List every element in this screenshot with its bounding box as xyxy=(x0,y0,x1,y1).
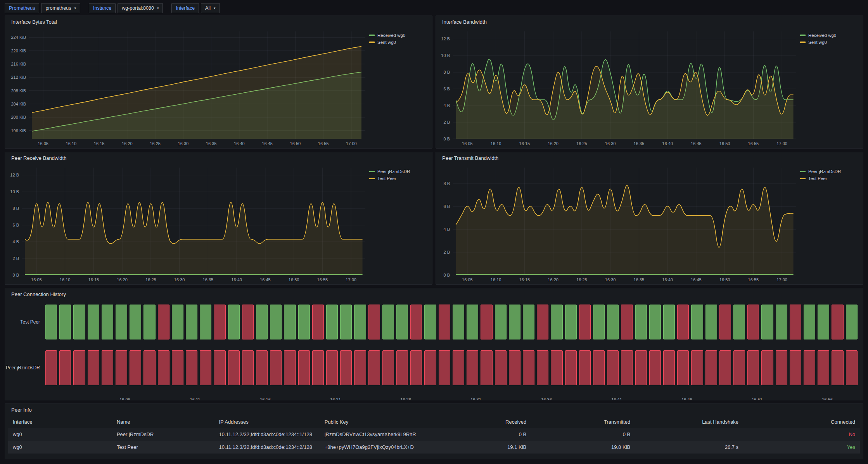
state-bar-connected xyxy=(354,305,366,339)
svg-text:16:40: 16:40 xyxy=(662,141,673,146)
state-bar-connected xyxy=(453,305,464,339)
svg-text:16:45: 16:45 xyxy=(262,141,273,146)
state-bar-disconnected xyxy=(790,305,801,339)
state-bar-connected xyxy=(593,305,605,339)
time-series-canvas[interactable]: 16:0516:1016:1516:2016:2516:3016:3516:40… xyxy=(8,28,368,147)
panel-title[interactable]: Peer Info xyxy=(5,404,863,416)
legend-item[interactable]: Peer jRzmDsDR xyxy=(800,169,858,174)
state-bar-connected xyxy=(467,305,478,339)
svg-text:16:50: 16:50 xyxy=(289,277,299,282)
state-bar-disconnected xyxy=(242,305,254,339)
legend: Received wg0 Sent wg0 xyxy=(368,28,429,147)
col-header-transmitted[interactable]: Transmitted xyxy=(531,416,635,428)
timeline-bars[interactable] xyxy=(45,305,858,339)
svg-text:204 KiB: 204 KiB xyxy=(11,102,26,106)
col-header-ip-addresses[interactable]: IP Addresses xyxy=(214,416,320,428)
var-value-prometheus-dropdown[interactable]: prometheus ▾ xyxy=(41,3,80,13)
state-bar-disconnected xyxy=(747,305,759,339)
time-series-canvas[interactable]: 16:0516:1016:1516:2016:2516:3016:3516:40… xyxy=(439,28,799,147)
svg-text:220 KiB: 220 KiB xyxy=(11,48,26,53)
series-color-swatch xyxy=(369,178,375,179)
interface-bandwidth-chart[interactable]: 16:0516:1016:1516:2016:2516:3016:3516:40… xyxy=(439,28,799,147)
state-bar-disconnected xyxy=(719,305,731,339)
svg-text:6 B: 6 B xyxy=(443,87,450,91)
panel-title[interactable]: Peer Receive Bandwidth xyxy=(5,152,432,164)
timeline-row: Test Peer xyxy=(5,305,858,339)
svg-text:0 B: 0 B xyxy=(443,273,450,277)
svg-text:0 B: 0 B xyxy=(443,137,450,141)
timeline-bars[interactable] xyxy=(45,350,858,385)
svg-text:2 B: 2 B xyxy=(12,256,19,261)
col-header-interface[interactable]: Interface xyxy=(8,416,112,428)
panel-title[interactable]: Interface Bytes Total xyxy=(5,16,432,28)
state-bar-connected xyxy=(551,305,562,339)
col-header-public-key[interactable]: Public Key xyxy=(320,416,436,428)
legend-item[interactable]: Peer jRzmDsDR xyxy=(369,169,427,174)
dashboard-grid: Interface Bytes Total 16:0516:1016:1516:… xyxy=(0,16,868,464)
state-bar-connected xyxy=(284,305,296,339)
legend-item[interactable]: Received wg0 xyxy=(369,33,427,38)
svg-text:4 B: 4 B xyxy=(12,239,19,244)
state-bar-connected xyxy=(635,305,647,339)
svg-text:196 KiB: 196 KiB xyxy=(11,128,26,133)
legend-item[interactable]: Sent wg0 xyxy=(800,40,858,45)
legend-item[interactable]: Test Peer xyxy=(800,176,858,181)
legend-item[interactable]: Test Peer xyxy=(369,176,427,181)
peer-connection-history-timeline[interactable]: Test PeerPeer jRzmDsDR16:0616:1116:1616:… xyxy=(5,300,863,400)
state-bar-connected xyxy=(776,305,787,339)
state-bar-disconnected xyxy=(298,350,310,385)
state-bar-disconnected xyxy=(88,350,99,385)
svg-text:16:15: 16:15 xyxy=(519,141,530,146)
state-bar-connected xyxy=(73,305,85,339)
panel-title[interactable]: Interface Bandwidth xyxy=(436,16,863,28)
state-bar-connected xyxy=(663,305,675,339)
peer-transmit-bandwidth-chart[interactable]: 16:0516:1016:1516:2016:2516:3016:3516:40… xyxy=(439,164,799,284)
state-bar-connected xyxy=(761,305,773,339)
col-header-received[interactable]: Received xyxy=(436,416,531,428)
col-header-name[interactable]: Name xyxy=(112,416,214,428)
state-bar-connected xyxy=(45,305,57,339)
panel-title[interactable]: Peer Transmit Bandwidth xyxy=(436,152,863,164)
var-value-text: wg-portal:8080 xyxy=(122,5,154,11)
state-bar-disconnected xyxy=(467,350,478,385)
svg-text:16:35: 16:35 xyxy=(203,277,214,282)
svg-text:16:20: 16:20 xyxy=(122,141,133,146)
svg-text:16:50: 16:50 xyxy=(290,141,301,146)
legend-item[interactable]: Received wg0 xyxy=(800,33,858,38)
state-bar-disconnected xyxy=(340,350,352,385)
panel-peer-info: Peer Info Interface Name IP Addresses Pu… xyxy=(5,403,863,459)
time-series-canvas[interactable]: 16:0516:1016:1516:2016:2516:3016:3516:40… xyxy=(439,164,799,284)
svg-text:8 B: 8 B xyxy=(12,206,19,211)
svg-text:12 B: 12 B xyxy=(10,173,19,177)
svg-text:16:55: 16:55 xyxy=(318,141,329,146)
state-bar-connected xyxy=(818,305,829,339)
state-bar-disconnected xyxy=(818,350,829,385)
var-value-interface-dropdown[interactable]: All ▾ xyxy=(201,3,220,13)
var-value-instance-dropdown[interactable]: wg-portal:8080 ▾ xyxy=(118,3,163,13)
state-bar-connected xyxy=(298,305,310,339)
state-bar-connected xyxy=(846,305,858,339)
state-bar-connected xyxy=(691,305,703,339)
svg-text:16:10: 16:10 xyxy=(66,141,77,146)
svg-text:200 KiB: 200 KiB xyxy=(11,115,26,119)
peer-receive-bandwidth-chart[interactable]: 16:0516:1016:1516:2016:2516:3016:3516:40… xyxy=(8,164,368,284)
variables-toolbar: Prometheus prometheus ▾ Instance wg-port… xyxy=(0,0,868,16)
cell-received: 19.1 KiB xyxy=(436,441,531,454)
time-series-canvas[interactable]: 16:0516:1016:1516:2016:2516:3016:3516:40… xyxy=(8,164,368,284)
state-bar-disconnected xyxy=(214,350,225,385)
state-bar-disconnected xyxy=(242,350,254,385)
state-bar-disconnected xyxy=(228,350,240,385)
panel-title[interactable]: Peer Connection History xyxy=(5,288,863,300)
legend-item[interactable]: Sent wg0 xyxy=(369,40,427,45)
timeline-row: Peer jRzmDsDR xyxy=(5,350,858,385)
legend: Peer jRzmDsDR Test Peer xyxy=(368,164,429,284)
col-header-connected[interactable]: Connected xyxy=(743,416,860,428)
state-bar-connected xyxy=(59,305,71,339)
col-header-last-handshake[interactable]: Last Handshake xyxy=(635,416,743,428)
timeline-axis-label: 16:31 xyxy=(470,397,481,400)
interface-bytes-total-chart[interactable]: 16:0516:1016:1516:2016:2516:3016:3516:40… xyxy=(8,28,368,147)
series-color-swatch xyxy=(800,35,806,36)
state-bar-disconnected xyxy=(719,350,731,385)
var-label-interface: Interface xyxy=(171,3,199,13)
svg-text:16:30: 16:30 xyxy=(178,141,189,146)
